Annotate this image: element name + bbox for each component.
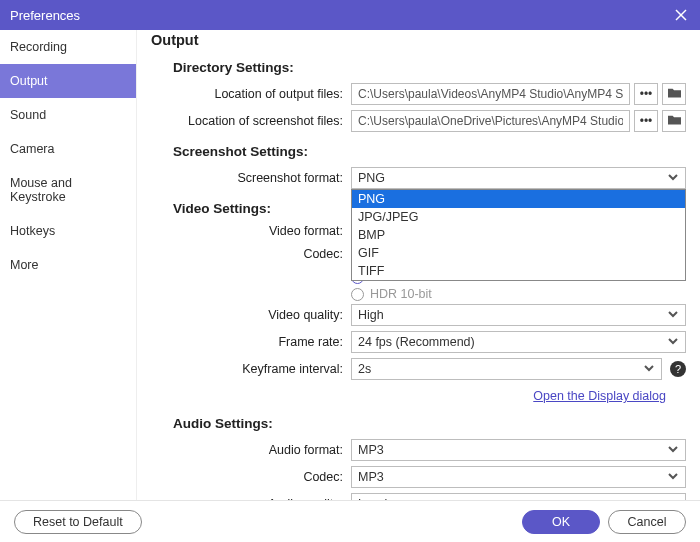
video-quality-value: High [358,308,384,322]
sidebar-item-mouse-keystroke[interactable]: Mouse and Keystroke [0,166,136,214]
video-format-label: Video format: [151,224,351,238]
screenshot-format-select[interactable]: PNG PNG JPG/JPEG BMP GIF TIFF [351,167,686,189]
frame-rate-value: 24 fps (Recommend) [358,335,475,349]
sidebar-item-more[interactable]: More [0,248,136,282]
screenshot-format-dropdown: PNG JPG/JPEG BMP GIF TIFF [351,189,686,281]
chevron-down-icon [643,362,655,377]
output-files-label: Location of output files: [151,87,351,101]
chevron-down-icon [667,335,679,350]
dropdown-option-gif[interactable]: GIF [352,244,685,262]
sidebar-item-sound[interactable]: Sound [0,98,136,132]
dropdown-option-tiff[interactable]: TIFF [352,262,685,280]
keyframe-value: 2s [358,362,371,376]
screenshot-files-browse-button[interactable] [662,110,686,132]
output-files-more-button[interactable]: ••• [634,83,658,105]
sidebar-item-recording[interactable]: Recording [0,30,136,64]
audio-format-label: Audio format: [151,443,351,457]
dropdown-option-jpg[interactable]: JPG/JPEG [352,208,685,226]
ellipsis-icon: ••• [640,87,653,101]
folder-icon [667,113,682,129]
dropdown-option-png[interactable]: PNG [352,190,685,208]
screenshot-format-value: PNG [358,171,385,185]
section-screenshot-title: Screenshot Settings: [173,144,686,159]
keyframe-label: Keyframe interval: [151,362,351,376]
video-quality-label: Video quality: [151,308,351,322]
keyframe-select[interactable]: 2s [351,358,662,380]
chevron-down-icon [667,497,679,501]
chevron-down-icon [667,171,679,186]
chevron-down-icon [667,443,679,458]
frame-rate-select[interactable]: 24 fps (Recommend) [351,331,686,353]
audio-codec-value: MP3 [358,470,384,484]
sidebar: Recording Output Sound Camera Mouse and … [0,30,137,500]
screenshot-files-label: Location of screenshot files: [151,114,351,128]
chevron-down-icon [667,308,679,323]
close-button[interactable] [672,6,690,24]
dropdown-option-bmp[interactable]: BMP [352,226,685,244]
audio-codec-select[interactable]: MP3 [351,466,686,488]
ok-button[interactable]: OK [522,510,600,534]
open-display-dialog-link[interactable]: Open the Display dialog [533,389,666,403]
video-codec-label: Codec: [151,247,351,261]
sidebar-item-hotkeys[interactable]: Hotkeys [0,214,136,248]
cancel-button[interactable]: Cancel [608,510,686,534]
window-title: Preferences [10,8,80,23]
section-audio-title: Audio Settings: [173,416,686,431]
screenshot-files-more-button[interactable]: ••• [634,110,658,132]
audio-quality-value: Lossless [358,497,407,500]
sidebar-item-camera[interactable]: Camera [0,132,136,166]
audio-format-value: MP3 [358,443,384,457]
footer: Reset to Default OK Cancel [0,500,700,542]
ellipsis-icon: ••• [640,114,653,128]
reset-to-default-button[interactable]: Reset to Default [14,510,142,534]
bit-hdr-radio-row[interactable]: HDR 10-bit [351,287,686,301]
radio-unchecked-icon [351,288,364,301]
audio-format-select[interactable]: MP3 [351,439,686,461]
section-directory-title: Directory Settings: [173,60,686,75]
screenshot-files-input[interactable] [351,110,630,132]
audio-quality-label: Audio quality: [151,497,351,500]
content: Output Directory Settings: Location of o… [137,30,700,500]
chevron-down-icon [667,470,679,485]
audio-quality-select[interactable]: Lossless [351,493,686,500]
folder-icon [667,86,682,102]
titlebar: Preferences [0,0,700,30]
output-files-input[interactable] [351,83,630,105]
bit-hdr-label: HDR 10-bit [370,287,432,301]
main: Recording Output Sound Camera Mouse and … [0,30,700,500]
output-files-browse-button[interactable] [662,83,686,105]
screenshot-format-label: Screenshot format: [151,171,351,185]
sidebar-item-output[interactable]: Output [0,64,136,98]
frame-rate-label: Frame rate: [151,335,351,349]
audio-codec-label: Codec: [151,470,351,484]
page-title: Output [151,32,686,48]
video-quality-select[interactable]: High [351,304,686,326]
help-icon[interactable]: ? [670,361,686,377]
